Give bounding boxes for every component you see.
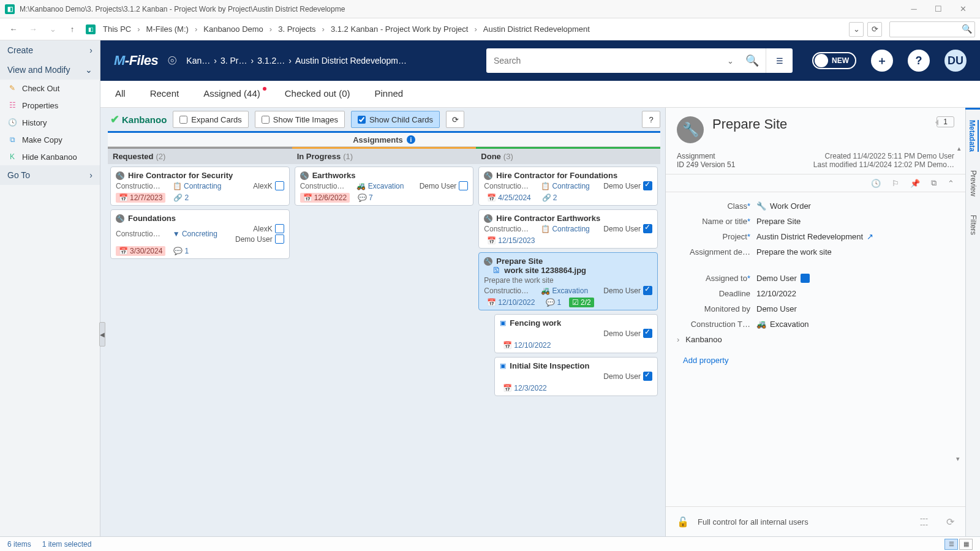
make-copy-item[interactable]: ⧉Make Copy	[0, 131, 100, 148]
add-property-link[interactable]: Add property	[666, 347, 965, 373]
minimize-button[interactable]: ─	[902, 2, 926, 17]
recent-dropdown[interactable]: ⌄	[44, 21, 61, 38]
lane-in-progress: In Progress(1) 🔧Earthworks Constructio…🚜…	[292, 147, 477, 536]
address-dropdown[interactable]: ⌄	[849, 22, 864, 37]
search-icon: 🔍	[962, 24, 972, 34]
tab-filters[interactable]: Filters	[969, 215, 978, 235]
collapse-icon[interactable]: ⌃	[948, 179, 954, 188]
tab-assigned[interactable]: Assigned (44)	[203, 88, 260, 100]
card-prepare-site[interactable]: 🔧Prepare Site 🖻work site 1238864.jpg Pre…	[478, 252, 658, 310]
search-options-button[interactable]: ☰	[766, 48, 793, 73]
help-button[interactable]: ?	[908, 50, 930, 72]
wrench-icon: 🔧	[484, 257, 492, 266]
bc-item[interactable]: Kan…	[186, 56, 210, 66]
comment-count-badge[interactable]: 1	[937, 116, 954, 127]
crumb[interactable]: M-Files (M:)	[144, 24, 191, 34]
search-button[interactable]: 🔍	[739, 48, 766, 73]
forward-button[interactable]: →	[24, 21, 42, 38]
create-button[interactable]: ＋	[871, 50, 893, 72]
crumb[interactable]: This PC	[100, 24, 134, 34]
wrench-icon: 🔧	[484, 171, 492, 180]
goto-section[interactable]: Go To›	[0, 165, 100, 185]
file-icon: 🖻	[492, 266, 500, 275]
search-container: ⌄ 🔍 ☰	[486, 48, 793, 73]
popout-icon[interactable]: ⧉	[931, 178, 937, 188]
expand-cards-toggle[interactable]: Expand Cards	[173, 111, 248, 128]
card-hire-earthworks[interactable]: 🔧Hire Contractor Earthworks Constructio……	[478, 209, 658, 249]
close-button[interactable]: ✕	[951, 2, 975, 17]
pin-icon[interactable]: 📌	[910, 179, 920, 188]
check-out-item[interactable]: ✎Check Out	[0, 80, 100, 97]
tab-metadata[interactable]: Metadata	[968, 120, 979, 152]
assignment-icon: ▣	[500, 319, 506, 327]
lane-header-requested: Requested(2)	[108, 147, 292, 164]
view-modify-label: View and Modify	[7, 65, 70, 75]
search-input[interactable]	[486, 56, 722, 66]
chevron-right-icon: ›	[89, 45, 92, 55]
properties-icon: ☷	[7, 100, 17, 110]
refresh-board-button[interactable]: ⟳	[446, 111, 464, 128]
show-title-images-toggle[interactable]: Show Title Images	[255, 111, 345, 128]
card-fencing[interactable]: ▣Fencing work Demo User 📅 12/10/2022	[494, 314, 658, 353]
new-ui-toggle[interactable]: NEW	[812, 52, 856, 69]
crumb[interactable]: 3. Projects	[276, 24, 318, 34]
create-section[interactable]: Create›	[0, 40, 100, 60]
history-icon[interactable]: 🕓	[871, 179, 881, 188]
board-help-button[interactable]: ?	[642, 111, 660, 128]
modified-info: Last modified 11/4/2024 12:02 PM Demo…	[813, 160, 954, 169]
window-title: M:\Kanbanoo Demo\3. Projects\3.1.2 Kanba…	[20, 5, 902, 13]
refresh-button[interactable]: ⟳	[867, 22, 882, 37]
bc-item[interactable]: 3.1.2…	[257, 56, 285, 66]
card-hire-foundations[interactable]: 🔧Hire Contractor for Foundations Constru…	[478, 167, 658, 206]
bc-item[interactable]: 3. Pr…	[221, 56, 247, 66]
address-bar: ← → ⌄ ↑ ◧ This PC› M-Files (M:)› Kanbano…	[0, 18, 980, 40]
metadata-panel: 🔧 Prepare Site 1 AssignmentID 249 Versio…	[665, 108, 965, 536]
app-icon: ◧	[5, 4, 15, 14]
object-title: Prepare Site	[712, 116, 787, 132]
kanbanoo-group[interactable]: ›Kanbanoo	[666, 332, 965, 347]
user-avatar[interactable]: DU	[944, 50, 967, 72]
lock-icon: 🔓	[677, 516, 689, 528]
details-view-button[interactable]: ☰	[944, 539, 958, 550]
card-foundations[interactable]: 🔧Foundations Constructio…▼ Concreting Al…	[110, 209, 290, 259]
bc-item[interactable]: Austin District Redevelopm…	[295, 56, 407, 66]
back-button[interactable]: ←	[5, 21, 22, 38]
tab-pinned[interactable]: Pinned	[375, 88, 404, 100]
tab-checked-out[interactable]: Checked out (0)	[285, 88, 350, 100]
maximize-button[interactable]: ☐	[926, 2, 951, 17]
sync-icon[interactable]: ⟳	[946, 516, 954, 528]
crumb[interactable]: 3.1.2 Kanban - Project Work by Project	[328, 24, 470, 34]
card-hire-security[interactable]: 🔧Hire Contractor for Security Constructi…	[110, 167, 290, 206]
wrench-icon: 🔧	[484, 214, 492, 223]
card-earthworks[interactable]: 🔧Earthworks Constructio…🚜 Excavation Dem…	[295, 167, 474, 206]
history-item[interactable]: 🕓History	[0, 114, 100, 131]
tab-recent[interactable]: Recent	[150, 88, 179, 100]
collapse-handle[interactable]: ◀	[99, 322, 105, 347]
chevron-down-icon: ⌄	[85, 65, 92, 75]
open-link-icon[interactable]: ↗	[867, 232, 873, 241]
up-button[interactable]: ↑	[64, 21, 81, 38]
crumb[interactable]: Kanbanoo Demo	[201, 24, 266, 34]
crumb[interactable]: Austin District Redevelopment	[481, 24, 592, 34]
titlebar: ◧ M:\Kanbanoo Demo\3. Projects\3.1.2 Kan…	[0, 0, 980, 18]
show-child-cards-toggle[interactable]: Show Child Cards	[351, 111, 440, 128]
connection-icon[interactable]: ⦾	[168, 54, 176, 67]
scrollbar[interactable]: ▴▾	[954, 144, 964, 463]
properties-item[interactable]: ☷Properties	[0, 97, 100, 114]
explorer-search[interactable]: 🔍	[889, 21, 975, 37]
tab-preview[interactable]: Preview	[969, 170, 978, 197]
lane-requested: Requested(2) 🔧Hire Contractor for Securi…	[108, 147, 292, 536]
search-scope-dropdown[interactable]: ⌄	[722, 56, 739, 66]
wrench-icon: 🔧	[116, 214, 124, 223]
flag-icon[interactable]: ⚐	[892, 179, 899, 188]
view-modify-section[interactable]: View and Modify⌄	[0, 60, 100, 80]
kanbanoo-logo: ✔Kanbanoo	[110, 113, 167, 126]
history-icon: 🕓	[7, 118, 17, 127]
info-icon[interactable]: i	[407, 135, 415, 144]
icons-view-button[interactable]: ▦	[959, 539, 973, 550]
hide-kanbanoo-item[interactable]: KHide Kanbanoo	[0, 148, 100, 165]
tab-all[interactable]: All	[115, 88, 126, 100]
card-initial-inspection[interactable]: ▣Initial Site Inspection Demo User 📅 12/…	[494, 357, 658, 396]
wrench-icon: 🔧	[116, 171, 124, 180]
permission-text[interactable]: Full control for all internal users	[698, 517, 809, 527]
